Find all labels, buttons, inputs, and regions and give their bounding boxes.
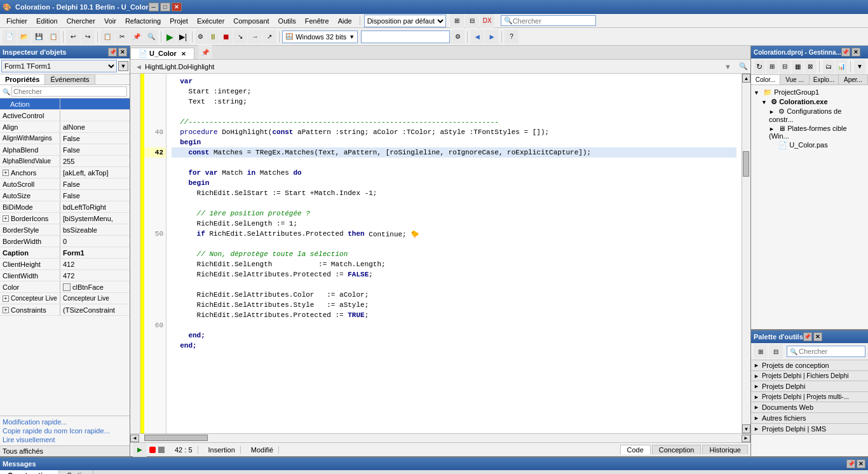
inspector-close-btn[interactable]: ✕ — [118, 48, 127, 57]
prop-anchors[interactable]: +Anchors [akLeft, akTop] — [0, 167, 130, 179]
tab-conception[interactable]: Conception — [652, 445, 702, 454]
prop-caption[interactable]: Caption Form1 — [0, 247, 130, 259]
proj-btn5[interactable]: ⊠ — [804, 60, 816, 74]
proj-btn3[interactable]: ⊟ — [779, 60, 790, 74]
palette-section-0[interactable]: ► Projets de conception — [751, 360, 868, 371]
menu-composant[interactable]: Composant — [229, 16, 273, 26]
prop-color[interactable]: Color clBtnFace — [0, 281, 130, 293]
prop-align[interactable]: Align alNone — [0, 121, 130, 133]
main-search-input[interactable] — [513, 17, 589, 25]
link-lire[interactable]: Lire visuellement — [3, 435, 127, 444]
help-btn[interactable]: ? — [505, 30, 519, 44]
trace-btn[interactable]: ↘ — [233, 30, 247, 44]
layout-btn2[interactable]: ⊟ — [465, 14, 479, 28]
layout-btn1[interactable]: ⊞ — [450, 14, 464, 28]
prop-autoscroll[interactable]: AutoScroll False — [0, 179, 130, 190]
prop-borderwidth[interactable]: BorderWidth 0 — [0, 236, 130, 247]
tree-node-coloration[interactable]: ▼ ⚙ Coloration.exe — [754, 97, 865, 107]
tab-historique[interactable]: Historique — [702, 445, 748, 454]
proj-refresh-btn[interactable]: ↻ — [754, 60, 765, 74]
hscroll-thumb[interactable] — [144, 435, 208, 441]
prop-bordericons[interactable]: +BorderIcons [biSystemMenu, — [0, 213, 130, 224]
copy-btn[interactable]: 📋 — [100, 30, 114, 44]
redo-btn[interactable]: ↪ — [81, 30, 95, 44]
link-copie[interactable]: Copie rapide du nom Icon rapide... — [3, 426, 127, 435]
scroll-thumb[interactable] — [743, 151, 749, 177]
prop-alphablendvalue[interactable]: AlphaBlendValue 255 — [0, 156, 130, 167]
tab-close-btn[interactable]: ✕ — [181, 51, 186, 57]
tree-node-configs[interactable]: ► ⚙ Configurations de constr... — [754, 107, 865, 124]
bordericons-expand[interactable]: + — [3, 215, 9, 222]
scroll-left-btn[interactable]: ◄ — [130, 435, 139, 442]
proj-btn6[interactable]: 🗂 — [823, 60, 834, 74]
prop-alignwithmargins[interactable]: AlignWithMargins False — [0, 133, 130, 144]
menu-fenetre[interactable]: Fenêtre — [301, 16, 333, 26]
paste-btn[interactable]: 📌 — [130, 30, 144, 44]
run-config-btn[interactable]: ⚙ — [451, 30, 465, 44]
messages-pin-btn[interactable]: 📌 — [846, 459, 855, 468]
pause-btn[interactable]: ⏸ — [207, 30, 219, 44]
tab-events[interactable]: Événements — [45, 74, 95, 85]
menu-executer[interactable]: Exécuter — [193, 16, 228, 26]
obj-expand-btn[interactable]: ▼ — [118, 61, 128, 71]
step-btn[interactable]: → — [248, 30, 262, 44]
status-square-btn[interactable] — [158, 447, 165, 453]
close-button[interactable]: ✕ — [172, 3, 182, 11]
scroll-up-btn[interactable]: ▲ — [742, 74, 750, 83]
code-editor[interactable]: var Start :integer; Text :string; //----… — [166, 74, 742, 433]
forward-btn[interactable]: ► — [485, 30, 499, 44]
scroll-down-btn[interactable]: ▼ — [742, 424, 750, 433]
tab-vue[interactable]: Vue ... — [780, 75, 810, 85]
messages-close-btn[interactable]: ✕ — [857, 459, 865, 468]
menu-refactoring[interactable]: Refactoring — [121, 16, 165, 26]
menu-aide[interactable]: Aide — [334, 16, 356, 26]
find-btn[interactable]: 🔍 — [144, 30, 158, 44]
menu-edition[interactable]: Edition — [32, 16, 62, 26]
tree-node-platforms[interactable]: ► 🖥 Plates-formes cible (Win... — [754, 124, 865, 140]
prop-constraints[interactable]: +Constraints (TSizeConstraint — [0, 304, 130, 316]
prop-autosize[interactable]: AutoSize False — [0, 190, 130, 201]
palette-section-3[interactable]: ► Projets Delphi | Projets multi-... — [751, 392, 868, 402]
step-out-btn[interactable]: ↗ — [262, 30, 276, 44]
palette-pin-btn[interactable]: 📌 — [803, 332, 812, 341]
palette-close-btn[interactable]: ✕ — [813, 332, 822, 341]
build-btn[interactable]: ⚙ — [195, 30, 206, 44]
tab-u-color[interactable]: 📄 U_Color ✕ — [130, 48, 194, 59]
menu-fichier[interactable]: Fichier — [3, 16, 31, 26]
project-pin-btn[interactable]: 📌 — [841, 48, 850, 57]
tab-color[interactable]: Color... — [751, 75, 780, 85]
prop-activecontrol[interactable]: ActiveControl — [0, 110, 130, 121]
proj-btn7[interactable]: 📊 — [836, 60, 847, 74]
inspector-pin-btn[interactable]: 📌 — [108, 48, 117, 57]
run-step-btn[interactable]: ▶| — [177, 30, 189, 44]
prop-clientheight[interactable]: ClientHeight 412 — [0, 259, 130, 270]
concepteur-expand[interactable]: + — [3, 295, 9, 302]
tab-explo[interactable]: Explo... — [810, 75, 839, 85]
status-stop-btn[interactable] — [149, 447, 156, 453]
prop-bidimode[interactable]: BiDiMode bdLeftToRight — [0, 201, 130, 213]
props-search-input[interactable] — [11, 86, 127, 97]
project-close-btn[interactable]: ✕ — [851, 48, 860, 57]
palette-search-input[interactable] — [797, 346, 862, 356]
tab-pin-btn[interactable]: 📌 — [198, 45, 212, 59]
run-btn[interactable]: ▶ — [164, 30, 176, 44]
menu-voir[interactable]: Voir — [100, 16, 120, 26]
cut-btn[interactable]: ✂ — [115, 30, 129, 44]
tree-node-ucolor[interactable]: 📄 U_Color.pas — [754, 140, 865, 150]
tab-properties[interactable]: Propriétés — [0, 74, 45, 85]
prop-concepteur[interactable]: +Concepteur Live Concepteur Live — [0, 293, 130, 304]
prop-alphablend[interactable]: AlphaBlend False — [0, 144, 130, 156]
menu-outils[interactable]: Outils — [275, 16, 300, 26]
menu-chercher[interactable]: Chercher — [63, 16, 99, 26]
msg-tab-construction[interactable]: Construction — [0, 470, 59, 474]
palette-section-6[interactable]: ► Projets Delphi | SMS — [751, 424, 868, 435]
save-btn[interactable]: 💾 — [32, 30, 46, 44]
proj-btn4[interactable]: ▦ — [792, 60, 803, 74]
proj-btn2[interactable]: ⊞ — [766, 60, 778, 74]
object-dropdown[interactable]: Form1 TForm1 — [1, 60, 117, 72]
prop-clientwidth[interactable]: ClientWidth 472 — [0, 270, 130, 281]
back-btn[interactable]: ◄ — [470, 30, 484, 44]
stop-btn[interactable]: ⏹ — [220, 30, 233, 44]
tous-affiches[interactable]: Tous affichés — [0, 445, 130, 456]
palette-section-2[interactable]: ► Projets Delphi — [751, 381, 868, 392]
